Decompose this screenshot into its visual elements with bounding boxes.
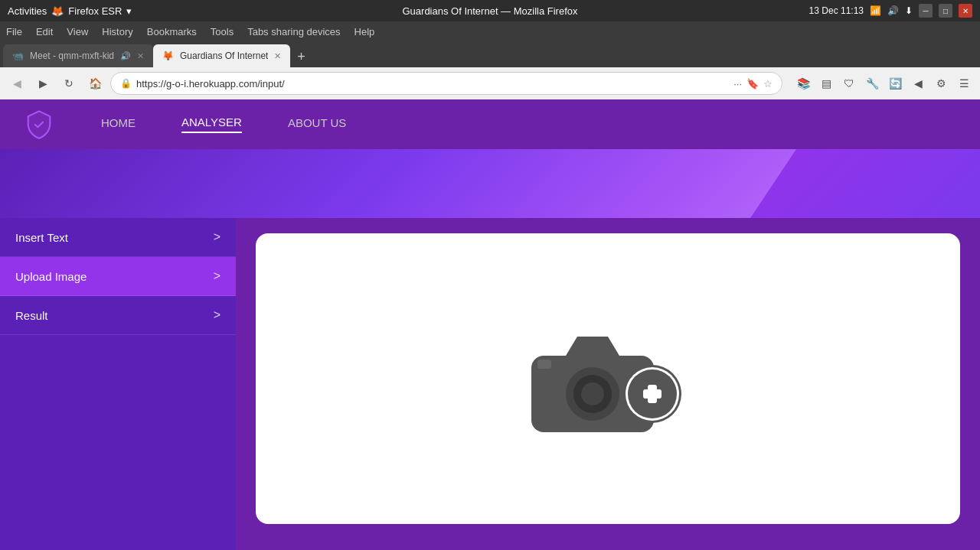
tab-guardians-close[interactable]: ✕ bbox=[274, 51, 281, 61]
sidebar-result-arrow: > bbox=[214, 308, 220, 322]
menu-tabs-sharing[interactable]: Tabs sharing devices bbox=[247, 26, 340, 37]
main-content bbox=[236, 218, 980, 550]
upload-card[interactable] bbox=[256, 233, 960, 524]
os-topbar-right: 13 Dec 11:13 📶 🔊 ⬇ ─ □ ✕ bbox=[809, 4, 972, 18]
sidebar-upload-image-label: Upload Image bbox=[15, 270, 87, 283]
bookmark-icon[interactable]: 🔖 bbox=[746, 78, 759, 89]
camera-upload-icon-container bbox=[524, 321, 692, 436]
datetime-label: 13 Dec 11:13 bbox=[809, 5, 864, 16]
menu-help[interactable]: Help bbox=[354, 26, 375, 37]
address-input-container[interactable]: 🔒 https://g-o-i.herokuapp.com/input/ ···… bbox=[110, 72, 782, 95]
menu-history[interactable]: History bbox=[102, 26, 132, 37]
hamburger-icon[interactable]: ☰ bbox=[954, 73, 974, 93]
site-nav: HOME ANALYSER ABOUT US bbox=[0, 99, 980, 149]
menu-edit[interactable]: Edit bbox=[36, 26, 53, 37]
volume-icon: 🔊 bbox=[887, 5, 899, 16]
more-icon[interactable]: ··· bbox=[733, 78, 742, 89]
hero-area bbox=[0, 149, 980, 218]
tab-guardians-label: Guardians Of Internet bbox=[180, 50, 268, 61]
tab-guardians[interactable]: 🦊 Guardians Of Internet ✕ bbox=[153, 44, 290, 67]
sidebar: Insert Text > Upload Image > Result > bbox=[0, 218, 236, 550]
back-button[interactable]: ◀ bbox=[6, 73, 28, 94]
activities-label[interactable]: Activities bbox=[8, 5, 47, 17]
svg-rect-4 bbox=[537, 360, 551, 369]
firefox-icon: 🦊 bbox=[51, 5, 64, 17]
tab-bar: 📹 Meet - qmm-mxft-kid 🔊 ✕ 🦊 Guardians Of… bbox=[0, 41, 980, 67]
nav-home[interactable]: HOME bbox=[101, 116, 136, 132]
camera-add-icon bbox=[524, 321, 692, 436]
os-topbar: Activities 🦊 Firefox ESR ▾ Guardians Of … bbox=[0, 0, 980, 21]
close-window-button[interactable]: ✕ bbox=[959, 4, 972, 18]
address-extra-icons: ··· 🔖 ☆ bbox=[733, 78, 773, 89]
firefox-menubar: File Edit View History Bookmarks Tools T… bbox=[0, 21, 980, 41]
svg-rect-9 bbox=[648, 385, 657, 403]
tab-guardians-favicon: 🦊 bbox=[162, 50, 174, 61]
library-icon[interactable]: 📚 bbox=[793, 73, 813, 93]
sidebar-insert-text-label: Insert Text bbox=[15, 231, 68, 244]
minimize-button[interactable]: ─ bbox=[919, 4, 933, 18]
os-topbar-left: Activities 🦊 Firefox ESR ▾ bbox=[8, 5, 132, 17]
reload-button[interactable]: ↻ bbox=[58, 73, 80, 94]
tab-meet-close[interactable]: ✕ bbox=[137, 51, 144, 61]
lock-icon: 🔒 bbox=[120, 78, 132, 89]
nav-links: HOME ANALYSER ABOUT US bbox=[101, 116, 346, 133]
maximize-button[interactable]: □ bbox=[939, 4, 952, 18]
sidebar-item-result[interactable]: Result > bbox=[0, 296, 236, 335]
tab-meet-favicon: 📹 bbox=[12, 50, 24, 61]
window-title: Guardians Of Internet — Mozilla Firefox bbox=[402, 5, 577, 17]
sidebar-item-upload-image[interactable]: Upload Image > bbox=[0, 257, 236, 296]
sidebar-result-label: Result bbox=[15, 309, 48, 322]
menu-bookmarks[interactable]: Bookmarks bbox=[147, 26, 197, 37]
sidebar-upload-image-arrow: > bbox=[214, 269, 220, 283]
new-tab-button[interactable]: + bbox=[290, 46, 312, 67]
settings-icon[interactable]: ⚙ bbox=[931, 73, 951, 93]
extension1-icon[interactable]: 🔧 bbox=[862, 73, 882, 93]
content-area: Insert Text > Upload Image > Result > bbox=[0, 218, 980, 550]
browser-name-label[interactable]: Firefox ESR bbox=[68, 5, 122, 17]
window-title-text: Guardians Of Internet — Mozilla Firefox bbox=[402, 5, 577, 17]
logo-shield-icon bbox=[23, 109, 55, 141]
website-content: HOME ANALYSER ABOUT US Insert Text > Upl… bbox=[0, 99, 980, 550]
tab-meet-label: Meet - qmm-mxft-kid bbox=[30, 50, 114, 61]
wifi-icon: 📶 bbox=[870, 5, 881, 16]
star-icon[interactable]: ☆ bbox=[763, 78, 773, 89]
extension2-icon[interactable]: 🔄 bbox=[885, 73, 905, 93]
menu-view[interactable]: View bbox=[67, 26, 88, 37]
tab-meet-volume-icon: 🔊 bbox=[120, 51, 131, 61]
home-button[interactable]: 🏠 bbox=[84, 73, 106, 94]
tab-meet[interactable]: 📹 Meet - qmm-mxft-kid 🔊 ✕ bbox=[3, 44, 153, 67]
extension3-icon[interactable]: ◀ bbox=[908, 73, 928, 93]
nav-analyser[interactable]: ANALYSER bbox=[181, 116, 242, 133]
hero-decorative-shape bbox=[750, 149, 980, 218]
address-bar: ◀ ▶ ↻ 🏠 🔒 https://g-o-i.herokuapp.com/in… bbox=[0, 67, 980, 99]
forward-button[interactable]: ▶ bbox=[32, 73, 54, 94]
toolbar-right: 📚 ▤ 🛡 🔧 🔄 ◀ ⚙ ☰ bbox=[793, 73, 974, 93]
svg-point-3 bbox=[581, 382, 604, 405]
menu-file[interactable]: File bbox=[6, 26, 22, 37]
container-icon[interactable]: 🛡 bbox=[839, 73, 859, 93]
menu-tools[interactable]: Tools bbox=[211, 26, 234, 37]
url-text: https://g-o-i.herokuapp.com/input/ bbox=[136, 78, 285, 89]
sidebar-insert-text-arrow: > bbox=[214, 230, 220, 244]
sidebar-item-insert-text[interactable]: Insert Text > bbox=[0, 218, 236, 257]
site-logo bbox=[23, 109, 55, 141]
dropdown-arrow-icon: ▾ bbox=[126, 5, 132, 17]
download-icon: ⬇ bbox=[905, 5, 913, 16]
sidebar-toggle-icon[interactable]: ▤ bbox=[816, 73, 836, 93]
nav-aboutus[interactable]: ABOUT US bbox=[288, 116, 346, 132]
